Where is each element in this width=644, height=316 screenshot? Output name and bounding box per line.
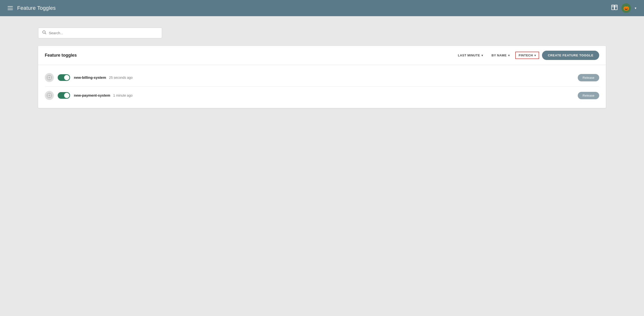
main-content: Feature toggles LAST MINUTE ▾ BY NAME ▾ …	[0, 16, 644, 120]
card-body: new-billing-system 25 seconds ago Releas…	[38, 65, 606, 108]
search-wrapper	[38, 28, 606, 38]
header-left: Feature Toggles	[8, 5, 56, 11]
header-right: 🎃 ▾	[611, 3, 636, 13]
toggle-name-billing: new-billing-system 25 seconds ago	[74, 75, 132, 80]
fintech-chevron-icon: ▾	[534, 54, 536, 57]
fintech-label: FINTECH	[519, 53, 533, 57]
create-feature-toggle-button[interactable]: CREATE FEATURE TOGGLE	[542, 51, 599, 60]
toggle-item: new-billing-system 25 seconds ago Releas…	[45, 69, 599, 87]
search-input[interactable]	[49, 31, 158, 35]
toggle-slider-billing	[58, 74, 70, 81]
toggle-item-right-payment: Release	[578, 92, 599, 99]
svg-rect-1	[615, 5, 617, 10]
user-menu-chevron-icon[interactable]: ▾	[635, 6, 636, 10]
toggle-name-payment: new-payment-system 1 minute ago	[74, 93, 132, 98]
feature-toggles-card: Feature toggles LAST MINUTE ▾ BY NAME ▾ …	[38, 46, 606, 108]
release-button-payment[interactable]: Release	[578, 92, 599, 99]
card-header: Feature toggles LAST MINUTE ▾ BY NAME ▾ …	[38, 46, 606, 65]
card-controls: LAST MINUTE ▾ BY NAME ▾ FINTECH ▾ CREATE…	[455, 51, 599, 60]
fintech-dropdown[interactable]: FINTECH ▾	[515, 52, 539, 59]
svg-point-9	[48, 77, 50, 78]
search-icon	[42, 30, 46, 36]
by-name-chevron-icon: ▾	[508, 54, 510, 57]
by-name-label: BY NAME	[492, 53, 506, 57]
toggle-item-right-billing: Release	[578, 74, 599, 81]
user-avatar[interactable]: 🎃	[621, 3, 631, 13]
release-button-billing[interactable]: Release	[578, 74, 599, 81]
toggle-item: new-payment-system 1 minute ago Release	[45, 87, 599, 104]
svg-line-7	[45, 33, 46, 34]
documentation-icon[interactable]	[611, 5, 618, 11]
last-minute-label: LAST MINUTE	[458, 53, 480, 57]
card-title: Feature toggles	[45, 53, 77, 58]
svg-rect-0	[612, 5, 614, 10]
app-title: Feature Toggles	[17, 5, 56, 11]
svg-point-15	[48, 95, 50, 96]
toggle-switch-payment[interactable]	[58, 92, 70, 99]
toggle-status-icon	[45, 73, 54, 82]
toggle-switch-billing[interactable]	[58, 74, 70, 81]
search-box	[38, 28, 162, 38]
toggle-slider-payment	[58, 92, 70, 99]
toggle-status-icon	[45, 91, 54, 100]
app-header: Feature Toggles 🎃 ▾	[0, 0, 644, 16]
by-name-dropdown[interactable]: BY NAME ▾	[488, 52, 512, 59]
last-minute-dropdown[interactable]: LAST MINUTE ▾	[455, 52, 486, 59]
avatar-icon: 🎃	[623, 5, 629, 11]
hamburger-menu-button[interactable]	[8, 6, 13, 10]
last-minute-chevron-icon: ▾	[482, 54, 483, 57]
